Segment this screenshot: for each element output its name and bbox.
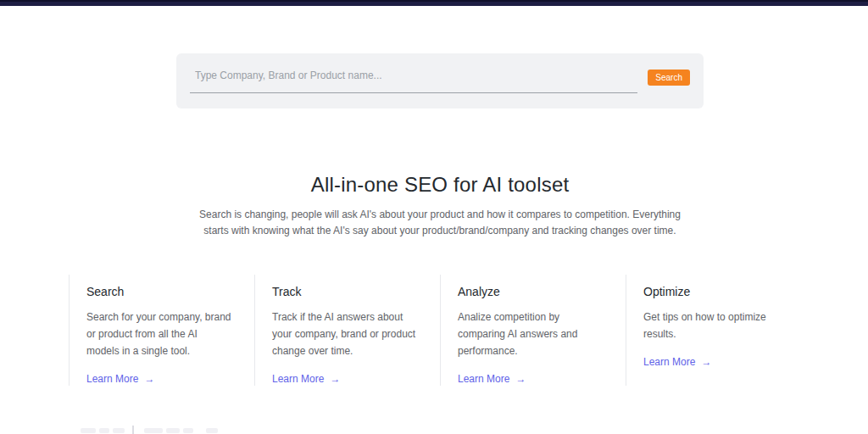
feature-description: Get tips on how to optimize results. bbox=[643, 309, 789, 342]
cutoff-artifact bbox=[206, 428, 218, 433]
page-content: Search All-in-one SEO for AI toolset Sea… bbox=[0, 53, 868, 386]
feature-title: Optimize bbox=[643, 285, 789, 298]
feature-search: Search Search for your company, brand or… bbox=[69, 275, 254, 386]
cutoff-artifact bbox=[113, 428, 125, 433]
arrow-right-icon: → bbox=[515, 373, 526, 385]
cutoff-artifact bbox=[144, 428, 163, 433]
feature-optimize: Optimize Get tips on how to optimize res… bbox=[626, 275, 811, 386]
learn-more-label: Learn More bbox=[643, 356, 695, 368]
next-section-cutoff bbox=[0, 426, 868, 434]
feature-title: Analyze bbox=[458, 285, 604, 298]
hero-subtitle: Search is changing, people will ask AI's… bbox=[189, 207, 691, 239]
feature-analyze: Analyze Analize competition by comparing… bbox=[440, 275, 626, 386]
feature-title: Track bbox=[272, 285, 418, 298]
cutoff-artifact bbox=[99, 428, 109, 433]
page-title: All-in-one SEO for AI toolset bbox=[12, 173, 868, 197]
top-navbar bbox=[0, 0, 868, 6]
learn-more-label: Learn More bbox=[86, 373, 138, 385]
feature-track: Track Track if the AI answers about your… bbox=[254, 275, 440, 386]
arrow-right-icon: → bbox=[330, 373, 340, 385]
feature-description: Analize competition by comparing AI answ… bbox=[458, 309, 604, 359]
feature-description: Search for your company, brand or produc… bbox=[86, 309, 232, 359]
cutoff-artifact bbox=[81, 428, 96, 433]
feature-title: Search bbox=[86, 285, 232, 298]
arrow-right-icon: → bbox=[144, 373, 154, 385]
learn-more-label: Learn More bbox=[272, 373, 324, 385]
feature-description: Track if the AI answers about your compa… bbox=[272, 309, 418, 359]
cutoff-artifact bbox=[166, 428, 180, 433]
learn-more-link-search[interactable]: Learn More → bbox=[86, 373, 154, 385]
hero-section: All-in-one SEO for AI toolset Search is … bbox=[12, 173, 868, 239]
features-section: Search Search for your company, brand or… bbox=[69, 275, 811, 386]
cutoff-artifact bbox=[183, 428, 193, 433]
search-button[interactable]: Search bbox=[648, 70, 690, 86]
learn-more-label: Learn More bbox=[458, 373, 509, 385]
search-input[interactable] bbox=[190, 70, 637, 93]
arrow-right-icon: → bbox=[701, 356, 711, 368]
learn-more-link-track[interactable]: Learn More → bbox=[272, 373, 340, 385]
cutoff-divider bbox=[132, 426, 134, 434]
learn-more-link-optimize[interactable]: Learn More → bbox=[643, 356, 711, 368]
learn-more-link-analyze[interactable]: Learn More → bbox=[458, 373, 526, 385]
search-card: Search bbox=[176, 53, 704, 108]
